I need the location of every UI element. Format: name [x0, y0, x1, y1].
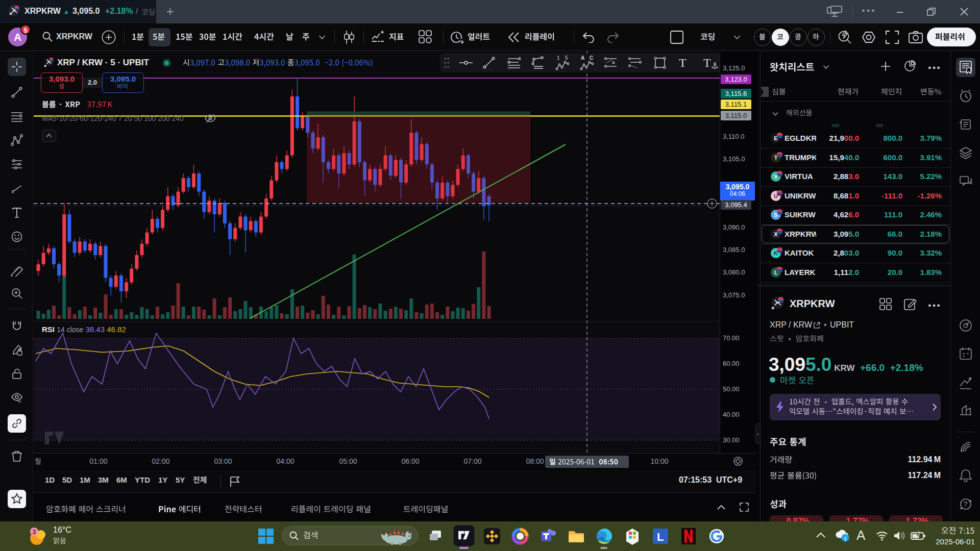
svg-text:1: 1: [557, 55, 560, 61]
svg-text:3: 3: [33, 529, 36, 536]
svg-text:A: A: [581, 55, 584, 61]
svg-text:i: i: [845, 535, 846, 541]
svg-text:L: L: [657, 531, 664, 543]
svg-text:C: C: [590, 55, 593, 61]
svg-text:?: ?: [964, 500, 968, 508]
svg-text:5: 5: [565, 55, 568, 61]
